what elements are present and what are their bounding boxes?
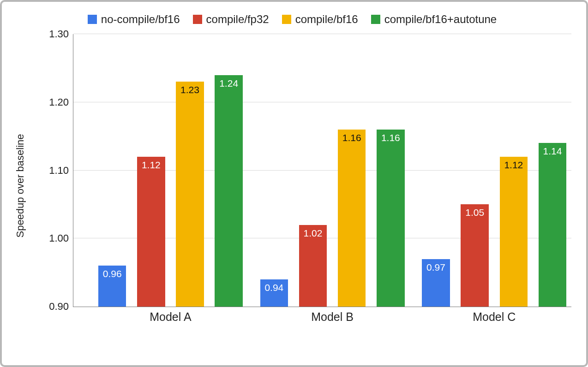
- legend-item: compile/fp32: [193, 13, 269, 26]
- bar-value-label: 1.05: [461, 207, 488, 218]
- gridline: [73, 102, 571, 102]
- bar-value-label: 0.96: [98, 268, 126, 279]
- y-tick-label: 1.00: [49, 232, 73, 244]
- legend-item: compile/bf16: [282, 13, 358, 26]
- bar-value-label: 1.16: [338, 132, 366, 143]
- x-tick-label: Model B: [311, 307, 354, 324]
- legend-swatch: [193, 15, 202, 24]
- y-tick-label: 1.20: [49, 96, 73, 108]
- legend-swatch: [371, 15, 380, 24]
- chart-wrap: no-compile/bf16compile/fp32compile/bf16c…: [10, 13, 574, 359]
- legend-label: compile/bf16: [295, 13, 358, 26]
- legend-item: compile/bf16+autotune: [371, 13, 497, 26]
- x-tick-label: Model C: [473, 307, 516, 324]
- bar-value-label: 0.97: [422, 262, 450, 273]
- bar: 0.97: [422, 259, 450, 307]
- legend-label: compile/fp32: [206, 13, 269, 26]
- bar: 1.12: [137, 157, 165, 307]
- bar: 0.94: [260, 279, 288, 307]
- bar-value-label: 1.12: [137, 160, 165, 171]
- bar: 1.02: [299, 225, 327, 307]
- x-tick-label: Model A: [150, 307, 191, 324]
- y-tick-label: 1.30: [49, 28, 73, 40]
- bar-value-label: 0.94: [260, 282, 288, 293]
- bar: 1.05: [461, 204, 488, 307]
- bar: 0.96: [98, 266, 126, 307]
- y-axis-label: Speedup over baseline: [14, 134, 26, 237]
- y-tick-label: 1.10: [49, 165, 73, 177]
- bar-value-label: 1.16: [377, 132, 404, 143]
- legend-swatch: [282, 15, 291, 24]
- bar: 1.12: [500, 157, 528, 307]
- legend: no-compile/bf16compile/fp32compile/bf16c…: [10, 13, 574, 26]
- y-tick-label: 0.90: [49, 301, 73, 313]
- legend-item: no-compile/bf16: [88, 13, 180, 26]
- legend-swatch: [88, 15, 97, 24]
- bar-value-label: 1.12: [500, 160, 528, 171]
- gridline: [73, 34, 571, 34]
- bar-value-label: 1.02: [299, 228, 327, 239]
- plot-area: 0.901.001.101.201.30Model AModel BModel …: [73, 34, 571, 307]
- bar-value-label: 1.23: [176, 84, 204, 95]
- bar: 1.24: [215, 75, 242, 307]
- bar: 1.16: [338, 130, 366, 307]
- legend-label: no-compile/bf16: [101, 13, 180, 26]
- chart-frame: no-compile/bf16compile/fp32compile/bf16c…: [0, 0, 588, 367]
- legend-label: compile/bf16+autotune: [384, 13, 497, 26]
- plot: 0.901.001.101.201.30Model AModel BModel …: [51, 34, 571, 325]
- bar-value-label: 1.24: [215, 78, 242, 89]
- bar: 1.16: [377, 130, 404, 307]
- bar: 1.23: [176, 82, 204, 307]
- bar-value-label: 1.14: [539, 146, 566, 157]
- bar: 1.14: [539, 143, 566, 307]
